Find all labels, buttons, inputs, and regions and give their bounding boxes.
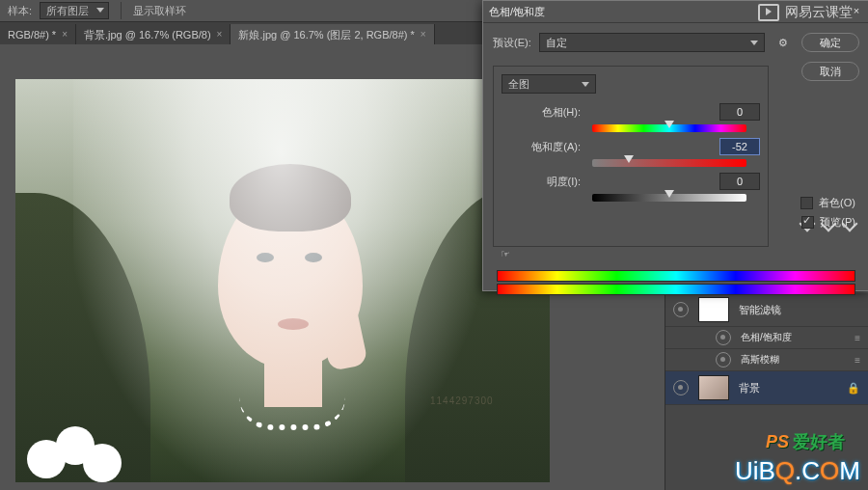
saturation-input[interactable]: -52 [719, 138, 760, 155]
brand-cn-text: 爱好者 [793, 432, 845, 451]
filter-row[interactable]: 色相/饱和度 ≡ [665, 327, 868, 349]
saturation-label: 饱和度(A): [502, 140, 581, 154]
watermark-brand-en: UiBQ.COM [735, 456, 860, 486]
lightness-input[interactable]: 0 [719, 173, 760, 190]
visibility-icon[interactable] [716, 330, 731, 345]
watermark-id: 1144297300 [430, 395, 494, 406]
visibility-icon[interactable] [716, 352, 731, 368]
layer-thumbnail [698, 375, 729, 400]
hue-slider[interactable] [592, 124, 746, 132]
visibility-icon[interactable] [673, 380, 689, 395]
watermark-brand-top: 网易云课堂 [758, 2, 853, 23]
toolbar-separator [121, 2, 122, 19]
canvas-content [27, 424, 143, 482]
filter-row[interactable]: 高斯模糊 ≡ [665, 349, 868, 371]
filter-options-icon[interactable]: ≡ [854, 355, 860, 366]
chevron-down-icon [96, 8, 104, 13]
slider-group: 全图 色相(H): 0 饱和度(A): -52 明度(I): [493, 66, 769, 247]
filter-options-icon[interactable]: ≡ [854, 333, 860, 343]
layer-row-background[interactable]: 背景 🔒 [665, 371, 868, 405]
chevron-down-icon [750, 41, 758, 45]
brand-cn-prefix: PS [766, 432, 789, 451]
tab-label: 背景.jpg @ 16.7% (RGB/8) [84, 24, 211, 45]
colorize-checkbox[interactable] [800, 197, 813, 209]
document-tab[interactable]: 背景.jpg @ 16.7% (RGB/8) × [76, 24, 231, 45]
gear-icon[interactable]: ⚙ [778, 37, 788, 49]
sample-value: 所有图层 [46, 5, 89, 16]
layer-name: 智能滤镜 [739, 303, 860, 317]
slider-thumb-icon[interactable] [665, 121, 674, 128]
watermark-brand-cn: PS爱好者 [766, 430, 845, 453]
tab-label: 新娘.jpg @ 16.7% (图层 2, RGB/8#) * [238, 24, 414, 45]
hue-spectrum-top [497, 270, 855, 282]
preset-dropdown[interactable]: 自定 [539, 33, 765, 52]
channel-dropdown[interactable]: 全图 [502, 74, 596, 94]
sample-label: 样本: [8, 0, 32, 21]
hue-label: 色相(H): [502, 105, 581, 120]
canvas-content [73, 79, 488, 482]
show-sample-ring-checkbox-label[interactable]: 显示取样环 [133, 0, 186, 21]
preview-checkbox-row[interactable]: 预览(P) [801, 215, 855, 230]
channel-value: 全图 [508, 77, 529, 92]
visibility-icon[interactable] [673, 302, 689, 317]
sample-dropdown[interactable]: 所有图层 [40, 2, 109, 19]
hue-spectrum-bottom [497, 284, 855, 295]
close-icon[interactable]: × [62, 24, 68, 45]
ok-button[interactable]: 确定 [801, 33, 859, 52]
filter-name: 色相/饱和度 [741, 331, 845, 344]
cancel-button[interactable]: 取消 [801, 62, 859, 81]
preset-label: 预设(E): [493, 36, 531, 50]
close-icon[interactable]: × [420, 24, 426, 45]
document-canvas[interactable]: 1144297300 [15, 79, 550, 482]
dialog-title: 色相/饱和度 [489, 1, 545, 22]
close-icon[interactable]: × [217, 24, 223, 45]
saturation-slider[interactable] [592, 159, 746, 167]
tab-label: RGB/8#) * [8, 24, 56, 45]
slider-thumb-icon[interactable] [624, 155, 634, 163]
hue-input[interactable]: 0 [719, 103, 760, 121]
lightness-slider[interactable] [592, 194, 746, 202]
targeted-adjust-icon[interactable]: ☞ [501, 248, 510, 260]
brand-top-text: 网易云课堂 [785, 4, 853, 21]
lock-icon: 🔒 [847, 382, 860, 395]
layer-thumbnail [698, 297, 729, 322]
slider-thumb-icon[interactable] [665, 190, 674, 198]
hue-saturation-dialog: 色相/饱和度 × 预设(E): 自定 ⚙ 确定 取消 全图 色相(H): 0 [482, 0, 868, 291]
video-logo-icon [758, 4, 779, 21]
colorize-label: 着色(O) [819, 196, 855, 210]
colorize-checkbox-row[interactable]: 着色(O) [800, 196, 855, 210]
filter-name: 高斯模糊 [741, 353, 845, 367]
preview-checkbox[interactable] [801, 216, 814, 229]
preview-label: 预览(P) [820, 215, 855, 230]
document-tab[interactable]: 新娘.jpg @ 16.7% (图层 2, RGB/8#) * × [231, 24, 434, 45]
preset-value: 自定 [546, 36, 567, 50]
document-tab[interactable]: RGB/8#) * × [0, 24, 76, 45]
lightness-label: 明度(I): [502, 175, 581, 189]
layer-name: 背景 [739, 381, 837, 395]
chevron-down-icon [582, 82, 589, 87]
